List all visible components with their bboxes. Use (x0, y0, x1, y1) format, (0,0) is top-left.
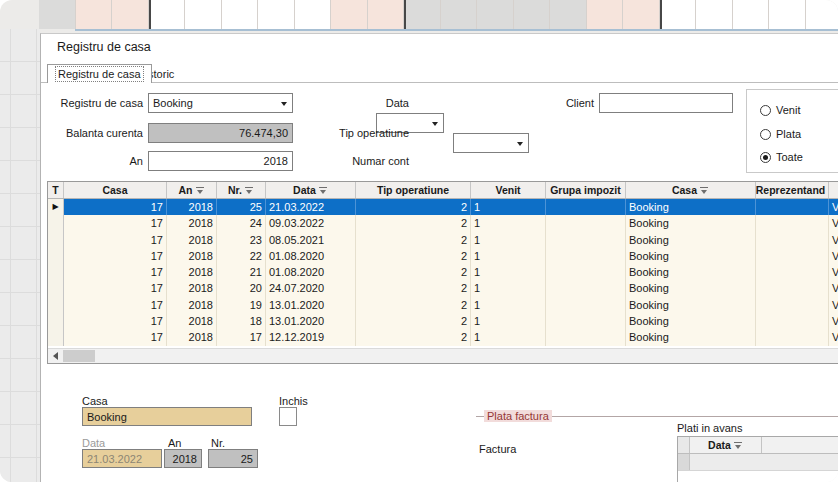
detail-casa-field[interactable]: Booking (82, 407, 252, 426)
calendar-day-cell (295, 0, 332, 29)
grid-column-header[interactable]: Venit (471, 182, 546, 198)
grid-column-header[interactable]: Casa (64, 182, 167, 198)
radio-label: Venit (776, 104, 800, 116)
grid-cell: 2018 (167, 264, 217, 280)
grid-cell: 24 (217, 215, 266, 231)
grid-cell: 1 (471, 248, 546, 264)
grid-column-header[interactable]: Data (266, 182, 356, 198)
grid-cell: Venit (829, 199, 838, 215)
background-grid-vline (36, 29, 37, 482)
grid-cell: 20 (217, 280, 266, 296)
grid-column-header[interactable]: Nr. (217, 182, 266, 198)
grid-cell: 24.07.2020 (266, 280, 356, 296)
horizontal-scrollbar[interactable] (48, 348, 838, 363)
filter-icon[interactable] (700, 186, 709, 194)
radio-venit[interactable]: Venit (760, 103, 800, 117)
client-input[interactable] (599, 93, 733, 113)
grid-cell: 17 (64, 199, 167, 215)
detail-nr-field: 25 (208, 449, 258, 468)
background-calendar-strip (39, 0, 838, 29)
table-row[interactable]: 1720182201.08.202021BookingVenit (48, 248, 838, 264)
plati-grid-header-rest (762, 437, 838, 453)
grid-cell: 17 (64, 297, 167, 313)
grid-cell (756, 215, 829, 231)
filter-icon[interactable] (196, 186, 205, 194)
grid-column-header[interactable]: Tip operatiune (356, 182, 471, 198)
plati-grid-empty-row[interactable] (678, 454, 838, 471)
column-label: Casa (672, 184, 697, 196)
grid-cell: 12.12.2019 (266, 329, 356, 345)
scroll-left-button[interactable] (48, 349, 62, 363)
table-row[interactable]: 1720182024.07.202021BookingVenit (48, 280, 838, 296)
tab-label: Registru de casa (56, 67, 143, 81)
plati-grid-col-data[interactable]: Data (690, 437, 762, 453)
grid-cell: 09.03.2022 (266, 215, 356, 231)
grid-cell: Booking (626, 297, 756, 313)
table-row[interactable]: 1720181913.01.202021BookingVenit (48, 297, 838, 313)
grid-cell: 1 (471, 329, 546, 345)
radio-plata[interactable]: Plata (760, 127, 801, 141)
grid-cell: 17 (64, 264, 167, 280)
table-row[interactable]: 1720181813.01.202021BookingVenit (48, 313, 838, 329)
data-filter-combo-2[interactable] (453, 133, 529, 153)
background-grid-area (0, 29, 40, 482)
tip-operatiune-label: Tip operatiune (331, 123, 409, 143)
grid-cell: 2018 (167, 329, 217, 345)
table-row[interactable]: 1720182101.08.202021BookingVenit (48, 264, 838, 280)
grid-cell: Venit (829, 215, 838, 231)
table-row[interactable]: 1720181712.12.201921BookingVenit (48, 329, 838, 345)
grid-column-header[interactable]: An (167, 182, 217, 198)
grid-cell: 17 (64, 232, 167, 248)
filter-icon[interactable] (245, 186, 254, 194)
grid-column-header[interactable] (829, 182, 838, 198)
grid-cell: 1 (471, 215, 546, 231)
grid-cell: 1 (471, 199, 546, 215)
screenshot-root: Registru de casa Registru de casa Istori… (0, 0, 838, 482)
grid-column-header[interactable]: Grupa impozit (546, 182, 626, 198)
calendar-day-cell (733, 0, 770, 29)
tab-registru-de-casa[interactable]: Registru de casa (47, 64, 152, 83)
plati-grid-row-indicator (678, 454, 690, 470)
grid-cell: Venit (829, 297, 838, 313)
client-label: Client (546, 93, 594, 113)
radio-toate[interactable]: Toate (760, 150, 803, 164)
table-row[interactable]: 1720182308.05.202121BookingVenit (48, 232, 838, 248)
chevron-down-icon (432, 122, 438, 126)
table-row[interactable]: 1720182409.03.202221BookingVenit (48, 215, 838, 231)
numar-cont-label: Numar cont (331, 151, 409, 171)
factura-label: Factura (479, 443, 516, 455)
calendar-day-cell (769, 0, 806, 29)
table-row[interactable]: ▶1720182521.03.202221BookingVenit (48, 199, 838, 215)
calendar-day-cell (623, 0, 660, 29)
radio-icon (760, 105, 771, 116)
grid-column-header[interactable]: Casa (626, 182, 756, 198)
filter-icon[interactable] (319, 186, 328, 194)
an-field[interactable]: 2018 (148, 151, 293, 171)
grid-column-header[interactable]: T (48, 182, 64, 198)
grid-cell: 01.08.2020 (266, 264, 356, 280)
grid-cell: 2018 (167, 199, 217, 215)
grid-cell (546, 199, 626, 215)
grid-cell: 1 (471, 264, 546, 280)
grid-cell: 1 (471, 232, 546, 248)
calendar-day-cell (331, 0, 368, 29)
grid-cell (756, 313, 829, 329)
grid-cell: 2018 (167, 280, 217, 296)
grid-cell: 17 (64, 313, 167, 329)
calendar-day-cell (806, 0, 838, 29)
row-indicator (48, 215, 64, 231)
grid-cell: 17 (64, 329, 167, 345)
registru-grid: TCasaAnNr.DataTip operatiuneVenitGrupa i… (47, 181, 838, 364)
scrollbar-thumb[interactable] (63, 350, 95, 362)
inchis-checkbox[interactable] (279, 407, 297, 426)
registru-de-casa-combo[interactable]: Booking (148, 93, 293, 113)
grid-column-header[interactable]: Reprezentand (756, 182, 829, 198)
grid-rows: ▶1720182521.03.202221BookingVenit1720182… (48, 199, 838, 346)
grid-cell (546, 329, 626, 345)
grid-header-row: TCasaAnNr.DataTip operatiuneVenitGrupa i… (48, 182, 838, 199)
row-indicator (48, 329, 64, 345)
row-indicator (48, 264, 64, 280)
grid-cell: 2018 (167, 232, 217, 248)
radio-label: Toate (776, 151, 803, 163)
grid-cell: 2018 (167, 313, 217, 329)
